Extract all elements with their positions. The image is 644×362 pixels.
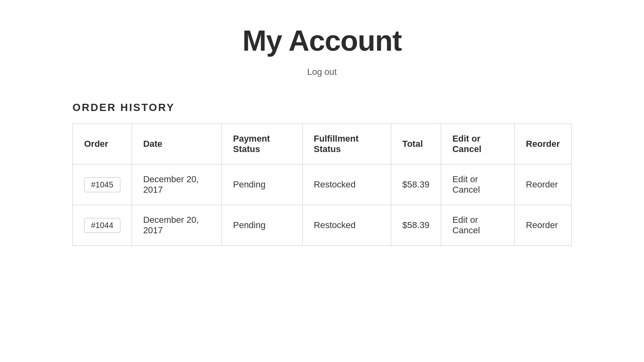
cell-reorder-1[interactable]: Reorder [514,205,571,246]
edit-cancel-link-0[interactable]: Edit or Cancel [452,174,480,195]
table-row: #1045 December 20, 2017 Pending Restocke… [73,165,572,205]
cell-order-number-1: #1044 [73,205,132,246]
order-table: Order Date Payment Status Fulfillment St… [72,123,572,246]
table-header: Order Date Payment Status Fulfillment St… [73,124,572,165]
order-history-title: ORDER HISTORY [72,101,572,114]
cell-order-number-0: #1045 [73,165,132,205]
page-header: My Account Log out [72,24,572,77]
table-row: #1044 December 20, 2017 Pending Restocke… [73,205,572,246]
edit-cancel-link-1[interactable]: Edit or Cancel [452,215,480,235]
table-body: #1045 December 20, 2017 Pending Restocke… [73,165,572,246]
logout-link[interactable]: Log out [307,67,336,77]
page-container: My Account Log out ORDER HISTORY Order D… [40,0,604,270]
cell-date-1: December 20, 2017 [132,205,221,246]
col-header-reorder: Reorder [514,124,571,165]
cell-edit-cancel-1[interactable]: Edit or Cancel [441,205,514,246]
cell-fulfillment-status-0: Restocked [302,165,391,205]
cell-fulfillment-status-1: Restocked [302,205,391,246]
reorder-link-0[interactable]: Reorder [526,179,558,189]
col-header-date: Date [132,124,221,165]
cell-payment-status-0: Pending [221,165,302,205]
col-header-edit-cancel: Edit or Cancel [441,124,514,165]
col-header-total: Total [391,124,441,165]
cell-total-1: $58.39 [391,205,441,246]
col-header-fulfillment-status: Fulfillment Status [302,124,391,165]
table-header-row: Order Date Payment Status Fulfillment St… [73,124,572,165]
cell-date-0: December 20, 2017 [132,165,221,205]
page-title: My Account [72,24,572,57]
order-number-badge-0[interactable]: #1045 [84,177,120,192]
cell-payment-status-1: Pending [221,205,302,246]
order-number-badge-1[interactable]: #1044 [84,218,120,233]
reorder-link-1[interactable]: Reorder [526,220,558,230]
cell-edit-cancel-0[interactable]: Edit or Cancel [441,165,514,205]
col-header-order: Order [73,124,132,165]
cell-reorder-0[interactable]: Reorder [514,165,571,205]
cell-total-0: $58.39 [391,165,441,205]
col-header-payment-status: Payment Status [221,124,302,165]
order-history-section: ORDER HISTORY Order Date Payment Status … [72,101,572,246]
